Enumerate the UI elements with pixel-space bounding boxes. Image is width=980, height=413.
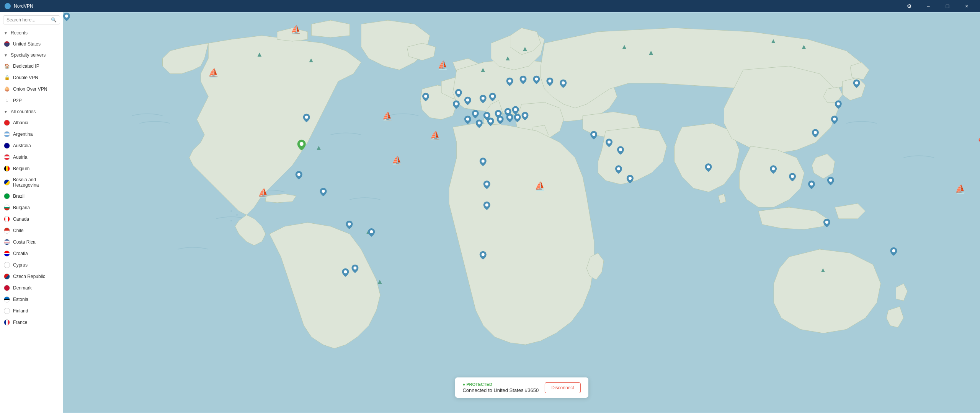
cyprus-label: Cyprus	[13, 262, 28, 268]
sidebar-item-canada[interactable]: Canada	[0, 213, 63, 225]
specialty-chevron-icon: ▼	[4, 53, 8, 57]
svg-point-56	[478, 121, 481, 124]
dedicated-ip-icon: 🏠	[4, 63, 10, 69]
sidebar-item-austria[interactable]: Austria	[0, 151, 63, 163]
svg-point-45	[455, 102, 458, 106]
sidebar-item-bulgaria[interactable]: Bulgaria	[0, 202, 63, 213]
sidebar-item-france[interactable]: France	[0, 317, 63, 328]
svg-point-77	[837, 102, 840, 106]
sidebar-item-argentina[interactable]: Argentina	[0, 128, 63, 140]
czech-republic-label: Czech Republic	[13, 274, 45, 279]
bulgaria-label: Bulgaria	[13, 205, 30, 210]
sidebar-item-double-vpn[interactable]: 🔒 Double VPN	[0, 72, 63, 83]
svg-point-59	[508, 116, 511, 119]
sidebar-item-cyprus[interactable]: Cyprus	[0, 259, 63, 271]
sidebar-item-dedicated-ip[interactable]: 🏠 Dedicated IP	[0, 60, 63, 72]
flag-us-icon	[4, 41, 10, 47]
sidebar-item-united-states[interactable]: United States	[0, 38, 63, 50]
sidebar-item-albania[interactable]: Albania	[0, 117, 63, 128]
title-bar: NordVPN ⚙ − □ ×	[0, 0, 980, 12]
flag-ba-icon	[4, 179, 10, 185]
sidebar-item-p2p[interactable]: ↕ P2P	[0, 95, 63, 106]
united-states-label: United States	[13, 41, 41, 47]
status-connected-label: Connected to United States #3650	[462, 387, 539, 393]
svg-text:▲: ▲	[376, 278, 383, 285]
svg-point-38	[322, 190, 325, 193]
svg-point-43	[457, 91, 460, 94]
sidebar-list: ▼ Recents United States ▼ Specialty serv…	[0, 28, 63, 413]
svg-point-62	[592, 133, 595, 136]
svg-text:▲: ▲	[820, 266, 826, 274]
settings-button[interactable]: ⚙	[900, 0, 918, 12]
albania-label: Albania	[13, 120, 28, 125]
status-info: ● PROTECTED Connected to United States #…	[462, 382, 539, 393]
all-countries-header[interactable]: ▼ All countries	[0, 106, 63, 117]
svg-point-48	[491, 95, 494, 98]
svg-point-73	[829, 179, 832, 182]
close-button[interactable]: ×	[958, 0, 975, 12]
map-area[interactable]: ▲ ▲ ▲ ▲ ▲ ▲ ▲ ▲ ▲ ▲ ▲ ▲ ▲	[63, 12, 980, 413]
specialty-servers-header[interactable]: ▼ Specialty servers	[0, 50, 63, 60]
svg-point-68	[482, 253, 485, 256]
svg-point-51	[485, 114, 488, 117]
sidebar-item-costa-rica[interactable]: Costa Rica	[0, 236, 63, 248]
title-bar-left: NordVPN	[5, 3, 33, 9]
sidebar-item-croatia[interactable]: Croatia	[0, 248, 63, 259]
svg-text:▲: ▲	[256, 50, 263, 58]
svg-point-79	[814, 131, 817, 134]
sidebar-item-brazil[interactable]: Brazil	[0, 190, 63, 202]
croatia-label: Croatia	[13, 251, 28, 256]
sidebar-item-australia[interactable]: Australia	[0, 140, 63, 151]
search-box[interactable]: 🔍	[3, 15, 60, 24]
recents-chevron-icon: ▼	[4, 31, 8, 35]
search-input[interactable]	[7, 17, 49, 23]
svg-point-75	[825, 221, 828, 224]
sidebar-item-onion-vpn[interactable]: 🧅 Onion Over VPN	[0, 83, 63, 95]
belgium-label: Belgium	[13, 166, 29, 171]
svg-point-88	[617, 167, 620, 170]
sidebar-item-belgium[interactable]: Belgium	[0, 163, 63, 174]
svg-point-55	[466, 118, 469, 121]
minimize-button[interactable]: −	[920, 0, 937, 12]
maximize-button[interactable]: □	[939, 0, 956, 12]
sidebar-item-denmark[interactable]: Denmark	[0, 282, 63, 294]
status-protected-label: ● PROTECTED	[462, 382, 539, 387]
p2p-label: P2P	[13, 98, 22, 103]
all-countries-label: All countries	[11, 109, 36, 114]
flag-bg-icon	[4, 205, 10, 211]
recents-header[interactable]: ▼ Recents	[0, 28, 63, 38]
svg-point-37	[297, 173, 301, 176]
brazil-label: Brazil	[13, 193, 24, 199]
flag-at-icon	[4, 154, 10, 160]
sidebar-item-estonia[interactable]: Estonia	[0, 294, 63, 305]
svg-point-57	[489, 120, 492, 123]
sidebar-item-bosnia[interactable]: Bosnia and Herzegovina	[0, 174, 63, 190]
svg-point-9	[230, 210, 232, 212]
svg-text:⛵: ⛵	[291, 24, 301, 35]
sidebar-item-chile[interactable]: Chile	[0, 225, 63, 236]
svg-point-50	[474, 112, 477, 115]
svg-point-49	[65, 15, 68, 18]
app-title: NordVPN	[14, 3, 33, 9]
flag-cy-icon	[4, 262, 10, 268]
chile-label: Chile	[13, 228, 23, 233]
countries-chevron-icon: ▼	[4, 110, 8, 114]
estonia-label: Estonia	[13, 297, 28, 302]
svg-point-41	[353, 267, 356, 270]
svg-point-53	[506, 110, 510, 113]
flag-cl-icon	[4, 228, 10, 234]
svg-point-60	[516, 116, 519, 119]
finland-label: Finland	[13, 308, 28, 314]
svg-point-70	[772, 167, 775, 170]
svg-text:⛵: ⛵	[208, 68, 219, 78]
disconnect-button[interactable]: Disconnect	[545, 382, 580, 393]
specialty-label: Specialty servers	[11, 52, 46, 58]
svg-text:📍: 📍	[978, 239, 980, 247]
sidebar-item-czech-republic[interactable]: Czech Republic	[0, 271, 63, 282]
svg-text:⛵: ⛵	[392, 155, 402, 166]
svg-text:▲: ▲	[308, 56, 315, 64]
svg-text:▲: ▲	[770, 37, 777, 45]
svg-point-63	[608, 140, 611, 143]
sidebar-item-finland[interactable]: Finland	[0, 305, 63, 317]
svg-text:▲: ▲	[800, 43, 807, 50]
